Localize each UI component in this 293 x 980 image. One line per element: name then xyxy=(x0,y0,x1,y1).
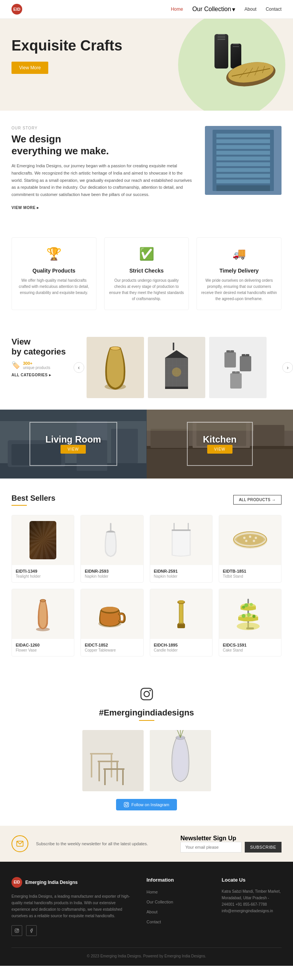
product-card-5[interactable]: EIDAC-1260 Flower Vase xyxy=(11,589,74,657)
svg-rect-37 xyxy=(209,337,267,398)
svg-point-96 xyxy=(247,613,251,617)
categories-title: View by categories xyxy=(11,337,66,357)
categories-count-label: unique products xyxy=(23,366,50,370)
product-card-1[interactable]: EIDTI-1349 Tealight holder xyxy=(11,515,74,583)
story-title: We designeverything we make. xyxy=(11,133,193,157)
best-sellers-header: Best Sellers ALL PRODUCTS → xyxy=(11,494,282,506)
newsletter-bar: Subscribe to the weekly newsletter for a… xyxy=(0,826,293,862)
product-card-8[interactable]: EIDCS-1591 Cake Stand xyxy=(219,589,282,657)
instagram-item-1[interactable] xyxy=(82,730,144,791)
delivery-icon: 🚚 xyxy=(231,245,247,262)
product-img-3 xyxy=(150,515,212,565)
footer-link-about[interactable]: About xyxy=(147,910,158,914)
feature-checks-desc: Our products undergo rigorous quality ch… xyxy=(108,278,185,302)
product-name-5: Flower Vase xyxy=(16,648,70,652)
footer-link-collection[interactable]: Our Collection xyxy=(147,900,174,904)
svg-point-93 xyxy=(242,606,245,609)
svg-point-98 xyxy=(237,622,260,630)
product-name-2: Napkin holder xyxy=(85,574,139,578)
svg-point-92 xyxy=(250,603,253,606)
product-name-4: Tidbit Stand xyxy=(223,574,277,578)
svg-rect-67 xyxy=(172,529,191,531)
kitchen-overlay: Kitchen VIEW xyxy=(147,410,293,479)
nav-about[interactable]: About xyxy=(244,7,256,12)
product-info-3: EIDNR-2591 Napkin holder xyxy=(150,565,212,582)
product-info-8: EIDCS-1591 Cake Stand xyxy=(219,639,281,656)
footer-link-home[interactable]: Home xyxy=(147,890,158,894)
living-room-card[interactable]: Living Room VIEW xyxy=(0,410,147,479)
svg-rect-16 xyxy=(216,174,270,178)
newsletter-submit-button[interactable]: SUBSCRIBE xyxy=(245,842,282,853)
category-prev-arrow[interactable]: ‹ xyxy=(74,362,84,373)
svg-point-72 xyxy=(249,536,251,538)
footer-logo: EID Emerging India Designs xyxy=(11,877,131,888)
category-item-vase[interactable] xyxy=(87,337,144,398)
logo-icon: EID xyxy=(11,4,22,15)
best-sellers-section: Best Sellers ALL PRODUCTS → EIDTI-1349 T… xyxy=(0,479,293,672)
newsletter-desc: Subscribe to the weekly newsletter for a… xyxy=(36,841,173,846)
svg-rect-107 xyxy=(98,762,100,781)
svg-rect-13 xyxy=(216,157,270,160)
footer-link-contact[interactable]: Contact xyxy=(147,920,161,924)
checks-icon: ✅ xyxy=(138,245,155,262)
product-img-8 xyxy=(219,589,281,639)
category-item-lantern[interactable] xyxy=(148,337,205,398)
categories-count: 300+ xyxy=(23,361,50,366)
kitchen-card[interactable]: Kitchen VIEW xyxy=(147,410,293,479)
svg-point-101 xyxy=(149,690,151,691)
living-room-btn[interactable]: VIEW xyxy=(61,445,86,454)
hero-section: Exquisite Crafts View More xyxy=(0,19,293,111)
nav-home[interactable]: Home xyxy=(171,7,183,12)
product-card-2[interactable]: EIDNR-2593 Napkin holder xyxy=(80,515,143,583)
kitchen-btn[interactable]: VIEW xyxy=(207,445,232,454)
product-card-4[interactable]: EIDTB-1851 Tidbit Stand xyxy=(219,515,282,583)
story-view-more[interactable]: VIEW MORE ▸ xyxy=(11,206,39,210)
newsletter-email-input[interactable] xyxy=(180,842,242,853)
svg-point-87 xyxy=(178,600,184,603)
hero-text: Exquisite Crafts View More xyxy=(11,38,122,74)
logo[interactable]: EID xyxy=(11,4,22,15)
kitchen-title: Kitchen xyxy=(203,434,237,445)
footer-info-links: Home Our Collection About Contact xyxy=(147,888,206,925)
instagram-follow-button[interactable]: Follow on Instagram xyxy=(116,799,177,810)
hero-images xyxy=(174,23,282,111)
footer-copyright: © 2023 Emerging India Designs. Powered b… xyxy=(11,947,282,958)
svg-rect-12 xyxy=(216,151,270,155)
newsletter-icon xyxy=(11,835,28,852)
svg-point-22 xyxy=(111,347,120,350)
category-item-wall-art[interactable] xyxy=(209,337,267,398)
svg-rect-106 xyxy=(98,761,119,762)
product-code-2: EIDNR-2593 xyxy=(85,569,139,573)
instagram-item-2[interactable] xyxy=(150,730,211,791)
product-name-6: Copper Tableware xyxy=(85,648,139,652)
footer-info-title: Information xyxy=(147,877,206,883)
instagram-grid xyxy=(11,730,282,791)
kitchen-border: Kitchen VIEW xyxy=(187,422,253,466)
footer-grid: EID Emerging India Designs Emerging Indi… xyxy=(11,877,282,936)
footer-locate: Locate Us Katra Sabzi Mandi, Timber Mark… xyxy=(222,877,282,936)
footer-locate-title: Locate Us xyxy=(222,877,282,883)
instagram-social-icon[interactable] xyxy=(11,925,22,936)
svg-rect-85 xyxy=(180,603,183,623)
product-code-3: EIDNR-2591 xyxy=(154,569,208,573)
product-name-3: Napkin holder xyxy=(154,574,208,578)
category-next-arrow[interactable]: › xyxy=(282,362,293,373)
svg-rect-110 xyxy=(104,770,106,785)
features-section: 🏆 Quality Products We offer high-quality… xyxy=(0,226,293,322)
living-room-border: Living Room VIEW xyxy=(29,422,117,466)
svg-point-126 xyxy=(18,929,18,930)
product-card-6[interactable]: EIDCT-1852 Copper Tableware xyxy=(80,589,143,657)
svg-point-75 xyxy=(253,540,255,542)
nav-collection[interactable]: Our Collection ▾ xyxy=(192,6,235,13)
product-img-7 xyxy=(150,589,212,639)
product-card-3[interactable]: EIDNR-2591 Napkin holder xyxy=(150,515,213,583)
svg-point-100 xyxy=(144,691,149,697)
products-grid: EIDTI-1349 Tealight holder EIDNR-2593 Na… xyxy=(11,515,282,657)
footer-logo-icon: EID xyxy=(11,877,22,888)
hero-cta-button[interactable]: View More xyxy=(11,62,48,74)
nav-contact[interactable]: Contact xyxy=(266,7,282,12)
all-products-button[interactable]: ALL PRODUCTS → xyxy=(233,495,282,505)
product-card-7[interactable]: EIDCH-1895 Candle holder xyxy=(150,589,213,657)
all-categories-link[interactable]: ALL CATEGORIES ▸ xyxy=(11,373,51,377)
facebook-social-icon[interactable] xyxy=(26,925,37,936)
